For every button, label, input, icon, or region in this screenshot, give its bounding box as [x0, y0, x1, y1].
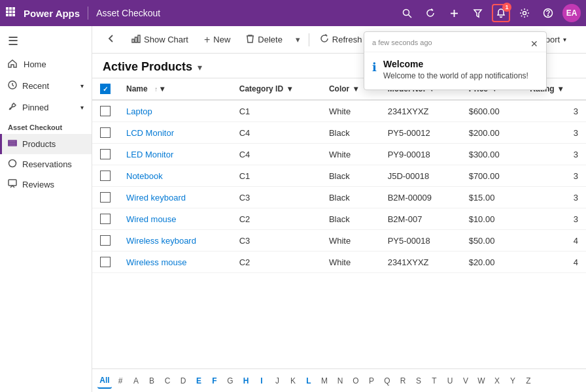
product-link[interactable]: Laptop	[126, 106, 152, 116]
table-row[interactable]: Wireless mouse C2 White 2341XYXZ $20.00 …	[92, 252, 586, 273]
new-button[interactable]: + New	[198, 31, 237, 49]
bell-icon[interactable]: 1	[492, 4, 510, 22]
alpha-btn-t[interactable]: T	[427, 373, 441, 389]
row-name[interactable]: LED Monitor	[118, 144, 232, 165]
product-link[interactable]: Notebook	[126, 171, 163, 181]
col-name[interactable]: Name ↑ ▾	[118, 78, 232, 100]
alpha-btn-h[interactable]: H	[239, 373, 253, 389]
product-link[interactable]: LCD Monitor	[126, 128, 174, 138]
alpha-btn-a[interactable]: A	[129, 373, 143, 389]
row-checkbox-cell[interactable]	[92, 187, 118, 208]
alpha-btn-w[interactable]: W	[474, 373, 489, 389]
row-checkbox-cell[interactable]	[92, 144, 118, 165]
avatar[interactable]: EA	[562, 4, 581, 22]
alpha-btn-all[interactable]: All	[97, 373, 112, 389]
alpha-btn-q[interactable]: Q	[380, 373, 394, 389]
row-checkbox[interactable]	[100, 214, 111, 224]
alpha-btn-p[interactable]: P	[364, 373, 379, 389]
row-color: Black	[321, 187, 380, 208]
sidebar-item-reservations[interactable]: Reservations	[0, 154, 92, 174]
row-checkbox-cell[interactable]	[92, 230, 118, 252]
select-all-checkbox[interactable]: ✓	[100, 84, 111, 94]
alpha-btn-f[interactable]: F	[207, 373, 222, 389]
table-row[interactable]: LCD Monitor C4 Black PY5-00012 $200.00 3	[92, 122, 586, 144]
show-chart-button[interactable]: Show Chart	[125, 31, 195, 48]
alpha-btn-g[interactable]: G	[223, 373, 237, 389]
alpha-btn-m[interactable]: M	[317, 373, 332, 389]
row-name[interactable]: Notebook	[118, 165, 232, 187]
sidebar-item-products[interactable]: Products	[0, 134, 92, 154]
product-link[interactable]: Wireless mouse	[126, 257, 186, 267]
row-name[interactable]: Wireless keyboard	[118, 230, 232, 252]
alpha-btn-s[interactable]: S	[411, 373, 426, 389]
alpha-btn-o[interactable]: O	[349, 373, 363, 389]
row-checkbox-cell[interactable]	[92, 165, 118, 187]
alpha-btn-y[interactable]: Y	[506, 373, 520, 389]
product-link[interactable]: Wired keyboard	[126, 193, 186, 203]
alpha-btn-j[interactable]: J	[270, 373, 284, 389]
table-row[interactable]: Wireless keyboard C3 White PY5-00018 $50…	[92, 230, 586, 252]
table-row[interactable]: Wired keyboard C3 Black B2M-00009 $15.00…	[92, 187, 586, 208]
alpha-btn-z[interactable]: Z	[521, 373, 536, 389]
run-report-chevron: ▾	[563, 36, 566, 43]
refresh-circle-icon[interactable]	[421, 4, 439, 22]
checkbox-header-col[interactable]: ✓	[92, 78, 118, 100]
refresh-button[interactable]: Refresh	[313, 31, 369, 48]
row-name[interactable]: Wired mouse	[118, 208, 232, 230]
alpha-btn-e[interactable]: E	[192, 373, 206, 389]
alpha-btn-i[interactable]: I	[254, 373, 269, 389]
filter-icon[interactable]	[468, 4, 487, 22]
row-checkbox[interactable]	[100, 106, 111, 116]
page-title-dropdown[interactable]: ▾	[198, 62, 202, 73]
row-checkbox[interactable]	[100, 192, 111, 203]
add-icon[interactable]	[445, 4, 463, 22]
sidebar-toggle[interactable]: ☰	[0, 29, 92, 54]
row-checkbox[interactable]	[100, 235, 111, 246]
sidebar-item-home[interactable]: Home	[0, 54, 92, 75]
alpha-btn-b[interactable]: B	[145, 373, 159, 389]
row-checkbox-cell[interactable]	[92, 208, 118, 230]
row-checkbox-cell[interactable]	[92, 252, 118, 273]
row-name[interactable]: LCD Monitor	[118, 122, 232, 144]
delete-dropdown[interactable]: ▾	[292, 31, 305, 49]
row-checkbox[interactable]	[100, 127, 111, 138]
row-name[interactable]: Wired keyboard	[118, 187, 232, 208]
sidebar-item-reviews[interactable]: Reviews	[0, 174, 92, 195]
alpha-btn-x[interactable]: X	[490, 373, 504, 389]
back-button[interactable]	[100, 31, 122, 48]
gear-icon[interactable]	[515, 4, 534, 22]
alpha-btn-c[interactable]: C	[160, 373, 175, 389]
row-checkbox-cell[interactable]	[92, 122, 118, 144]
svg-rect-4	[9, 10, 12, 13]
alpha-btn-#[interactable]: #	[113, 373, 128, 389]
alpha-btn-r[interactable]: R	[396, 373, 410, 389]
help-icon[interactable]	[539, 4, 557, 22]
alpha-btn-v[interactable]: V	[458, 373, 473, 389]
product-link[interactable]: LED Monitor	[126, 150, 173, 159]
table-row[interactable]: Laptop C1 White 2341XYXZ $600.00 3	[92, 100, 586, 122]
delete-button[interactable]: Delete	[239, 31, 289, 48]
alpha-btn-k[interactable]: K	[286, 373, 300, 389]
row-checkbox[interactable]	[100, 149, 111, 159]
table-row[interactable]: LED Monitor C4 White PY9-00018 $300.00 3	[92, 144, 586, 165]
row-checkbox[interactable]	[100, 171, 111, 181]
col-category[interactable]: Category ID ▾	[232, 78, 321, 100]
search-icon[interactable]	[398, 4, 416, 22]
sidebar-item-pinned[interactable]: Pinned ▾	[0, 97, 92, 118]
alpha-btn-n[interactable]: N	[333, 373, 347, 389]
product-link[interactable]: Wired mouse	[126, 214, 177, 224]
sidebar-item-recent[interactable]: Recent ▾	[0, 75, 92, 97]
row-name[interactable]: Laptop	[118, 100, 232, 122]
row-name[interactable]: Wireless mouse	[118, 252, 232, 273]
alpha-btn-l[interactable]: L	[302, 373, 316, 389]
alpha-btn-d[interactable]: D	[176, 373, 190, 389]
table-row[interactable]: Notebook C1 Black J5D-00018 $700.00 3	[92, 165, 586, 187]
alpha-btn-u[interactable]: U	[443, 373, 457, 389]
row-category: C4	[232, 122, 321, 144]
table-row[interactable]: Wired mouse C2 Black B2M-007 $10.00 3	[92, 208, 586, 230]
row-checkbox[interactable]	[100, 257, 111, 267]
notif-close-button[interactable]: ✕	[530, 39, 538, 49]
row-checkbox-cell[interactable]	[92, 100, 118, 122]
grid-icon[interactable]	[5, 7, 16, 20]
product-link[interactable]: Wireless keyboard	[126, 236, 196, 246]
